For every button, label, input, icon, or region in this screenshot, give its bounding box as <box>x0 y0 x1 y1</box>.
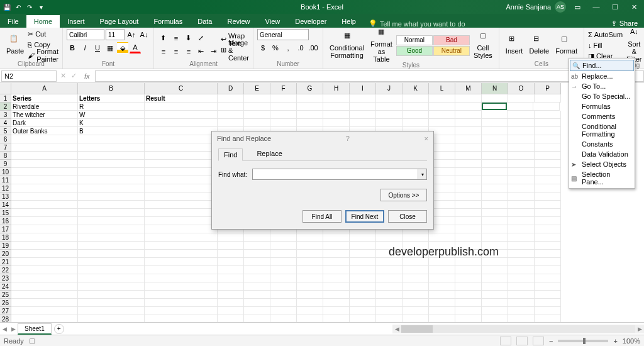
cell[interactable] <box>145 152 218 160</box>
cell[interactable] <box>376 233 402 242</box>
cell[interactable] <box>350 258 376 266</box>
row-header[interactable]: 8 <box>0 152 11 160</box>
format-painter-button[interactable]: 🖌Format Painter <box>28 50 58 60</box>
cell[interactable] <box>297 282 323 291</box>
cell[interactable] <box>11 201 78 209</box>
cell[interactable] <box>508 135 535 143</box>
cell[interactable] <box>270 315 297 322</box>
cell[interactable] <box>11 315 78 322</box>
format-as-table-button[interactable]: ▦Format as Table <box>368 28 395 63</box>
cell[interactable] <box>11 160 78 168</box>
cell[interactable] <box>297 242 323 250</box>
menu-select-objects[interactable]: ➤Select Objects <box>569 159 635 169</box>
cell[interactable] <box>78 282 145 291</box>
cell[interactable] <box>535 160 561 168</box>
cell[interactable] <box>508 250 535 258</box>
cell[interactable] <box>429 266 455 274</box>
cell[interactable] <box>323 111 350 119</box>
orientation-button[interactable]: ⤢ <box>196 33 207 44</box>
tab-insert[interactable]: Insert <box>60 15 92 28</box>
cell[interactable] <box>482 291 508 299</box>
font-size-select[interactable]: 11 <box>106 29 125 40</box>
cell[interactable] <box>323 274 350 282</box>
cell[interactable] <box>402 307 429 315</box>
column-header[interactable]: O <box>508 83 535 94</box>
cell[interactable] <box>11 184 78 193</box>
tab-help[interactable]: Help <box>334 15 364 28</box>
cell[interactable] <box>482 152 508 160</box>
cell[interactable] <box>323 94 350 103</box>
cell[interactable] <box>145 299 218 307</box>
cell[interactable] <box>350 291 376 299</box>
cell[interactable] <box>535 258 561 266</box>
cell[interactable] <box>535 111 561 119</box>
cell[interactable] <box>218 233 244 242</box>
row-header[interactable]: 4 <box>0 119 11 127</box>
cell[interactable] <box>11 274 78 282</box>
underline-button[interactable]: U <box>92 42 103 53</box>
cell[interactable] <box>455 94 482 103</box>
cell[interactable] <box>323 266 350 274</box>
cell[interactable] <box>429 103 455 111</box>
enter-formula-icon[interactable]: ✓ <box>69 72 79 80</box>
cell[interactable] <box>376 291 402 299</box>
cell[interactable] <box>78 233 145 242</box>
cell[interactable] <box>376 94 402 103</box>
row-header[interactable]: 26 <box>0 299 11 307</box>
tab-page-layout[interactable]: Page Layout <box>92 15 147 28</box>
cell[interactable] <box>270 307 297 315</box>
row-header[interactable]: 10 <box>0 168 11 176</box>
cell[interactable] <box>455 111 482 119</box>
cell[interactable] <box>78 299 145 307</box>
cell[interactable] <box>244 299 270 307</box>
cell[interactable] <box>350 94 376 103</box>
cell[interactable] <box>482 135 508 143</box>
tab-developer[interactable]: Developer <box>287 15 334 28</box>
cell[interactable] <box>429 307 455 315</box>
cell[interactable] <box>482 307 508 315</box>
cell[interactable] <box>323 233 350 242</box>
cell[interactable] <box>145 143 218 152</box>
cell[interactable] <box>482 266 508 274</box>
column-header[interactable]: E <box>244 83 270 94</box>
cell[interactable] <box>270 274 297 282</box>
cell[interactable] <box>535 315 561 322</box>
menu-constants[interactable]: Constants <box>569 139 635 149</box>
cell[interactable] <box>323 307 350 315</box>
cell[interactable] <box>145 233 218 242</box>
sheet-nav-prev[interactable]: ◀ <box>0 326 9 332</box>
cell[interactable] <box>350 111 376 119</box>
tab-home[interactable]: Home <box>26 15 60 28</box>
cell[interactable] <box>508 111 535 119</box>
cell[interactable] <box>508 217 535 225</box>
paste-button[interactable]: 📋 Paste <box>4 35 26 55</box>
cell[interactable] <box>270 250 297 258</box>
cell[interactable] <box>455 193 482 201</box>
cell[interactable] <box>429 258 455 266</box>
cell[interactable] <box>11 168 78 176</box>
cell[interactable] <box>402 291 429 299</box>
row-header[interactable]: 25 <box>0 291 11 299</box>
cell[interactable] <box>350 250 376 258</box>
cell[interactable] <box>270 111 297 119</box>
column-header[interactable]: B <box>78 83 145 94</box>
cell[interactable] <box>376 258 402 266</box>
cell[interactable] <box>218 315 244 322</box>
cell[interactable] <box>482 258 508 266</box>
increase-decimal-button[interactable]: .0 <box>295 42 306 53</box>
cell[interactable] <box>482 94 508 103</box>
menu-data-validation[interactable]: Data Validation <box>569 149 635 159</box>
row-header[interactable]: 2 <box>0 103 11 111</box>
cell[interactable] <box>455 217 482 225</box>
cell[interactable] <box>78 135 145 143</box>
find-all-button[interactable]: Find All <box>303 210 341 223</box>
cell[interactable] <box>455 233 482 242</box>
cell[interactable] <box>482 225 508 233</box>
cell[interactable] <box>244 103 270 111</box>
cell[interactable] <box>218 103 244 111</box>
cell[interactable] <box>270 258 297 266</box>
cell[interactable] <box>535 184 561 193</box>
comma-button[interactable]: , <box>282 42 294 53</box>
cell[interactable]: The witcher <box>11 111 78 119</box>
cell[interactable] <box>376 299 402 307</box>
